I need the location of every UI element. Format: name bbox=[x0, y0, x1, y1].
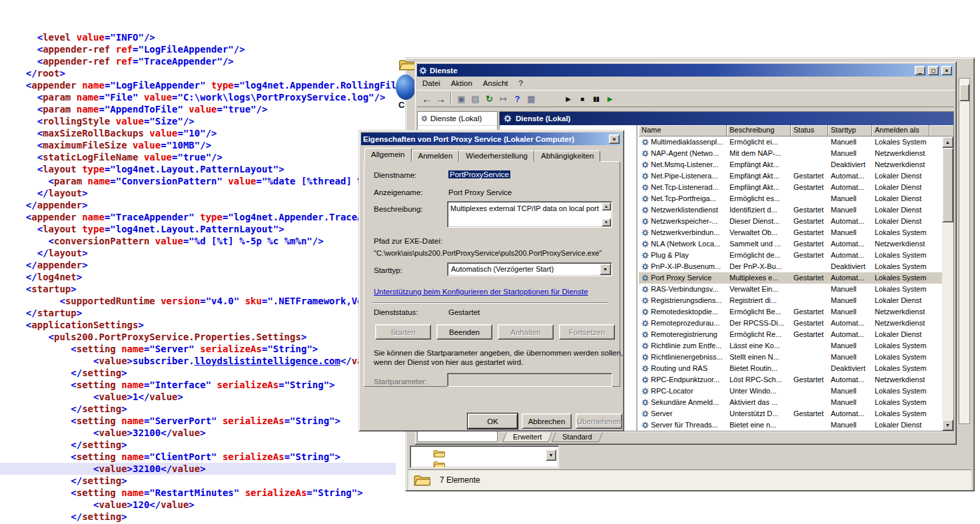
service-row[interactable]: Net.Pipe-Listenera...Empfängt Akt...Gest… bbox=[639, 170, 942, 182]
folder-combobox-dropdown-icon[interactable]: ▼ bbox=[546, 449, 556, 461]
list-scrollbar[interactable]: ▲ ▼ bbox=[942, 136, 953, 431]
service-row[interactable]: RAS-Verbindungsv...Verwaltet Ein...Manue… bbox=[639, 284, 942, 295]
combobox-dropdown-icon[interactable]: ▼ bbox=[600, 264, 611, 275]
menu-item[interactable]: ? bbox=[514, 78, 528, 89]
minimize-button[interactable]: _ bbox=[915, 66, 925, 75]
service-gear-icon bbox=[642, 172, 649, 180]
column-header-starttyp[interactable]: Starttyp bbox=[828, 125, 872, 136]
back-icon[interactable]: ← bbox=[420, 92, 434, 105]
app-orb-icon bbox=[396, 75, 416, 100]
service-row[interactable]: Net.Msmq-Listener...Empfängt Akt...Deakt… bbox=[639, 159, 942, 170]
service-row[interactable]: Net.Tcp-Portfreiga...Ermöglicht es...Man… bbox=[639, 193, 942, 204]
statusbar-item-count: 7 Elemente bbox=[440, 475, 480, 485]
service-row[interactable]: Richtlinienergebniss...Stellt einen N...… bbox=[639, 352, 942, 363]
maximize-button[interactable]: □ bbox=[928, 66, 939, 75]
view-tab-standard[interactable]: Standard bbox=[552, 432, 603, 442]
pfad-label: Pfad zur EXE-Datei: bbox=[374, 237, 442, 245]
column-header-status[interactable]: Status bbox=[791, 125, 828, 136]
tab-allgemein[interactable]: Allgemein bbox=[364, 148, 412, 162]
pause-service-icon[interactable]: ▮▮ bbox=[589, 92, 603, 105]
startoptionen-help-link[interactable]: Unterstützung beim Konfigurieren der Sta… bbox=[374, 288, 588, 296]
restart-service-icon[interactable]: ▶ bbox=[603, 92, 617, 105]
service-row[interactable]: NAP-Agent (Netwo...Mit dem NAP-...Manuel… bbox=[639, 148, 942, 159]
service-row[interactable]: Registrierungsdiens...Registriert di...M… bbox=[639, 295, 942, 306]
starttyp-combobox[interactable]: Automatisch (Verzögerter Start) ▼ bbox=[447, 262, 612, 276]
folder-icon bbox=[414, 473, 430, 487]
startparameter-hint-line2: wenn der Dienst von hier aus gestartet w… bbox=[374, 358, 523, 366]
folder-icon bbox=[398, 58, 416, 71]
column-header-beschreibung[interactable]: Beschreibung bbox=[727, 125, 791, 136]
properties-dialog: Eigenschaften von Port Proxy Service (Lo… bbox=[358, 130, 624, 431]
service-row[interactable]: Richtlinie zum Entfe...Lässt eine Ko...M… bbox=[639, 340, 942, 352]
view-tab-erweitert[interactable]: Erweitert bbox=[502, 432, 552, 442]
services-pane-header-label: Dienste (Lokal) bbox=[516, 115, 570, 123]
start-service-icon[interactable]: ▶ bbox=[561, 92, 575, 105]
dialog-titlebar[interactable]: Eigenschaften von Port Proxy Service (Lo… bbox=[361, 132, 622, 145]
properties-icon[interactable]: ▤ bbox=[468, 92, 482, 105]
service-gear-icon bbox=[642, 320, 649, 327]
starttyp-label: Starttyp: bbox=[374, 266, 402, 274]
service-row[interactable]: Net.Tcp-Listenerad...Empfängt Akt...Gest… bbox=[639, 182, 942, 193]
forward-icon[interactable]: → bbox=[434, 92, 448, 105]
toolbar-separator bbox=[450, 93, 452, 105]
service-row[interactable]: Sekundäre Anmeld...Aktiviert das ...Manu… bbox=[639, 397, 942, 408]
beschreibung-text: Multiplexes external TCP/IP data on loca… bbox=[450, 204, 600, 213]
service-row[interactable]: Routing und RASBietet Routin...Deaktivie… bbox=[639, 363, 942, 374]
scroll-up-icon[interactable]: ▲ bbox=[942, 136, 953, 148]
beenden-button[interactable]: Beenden bbox=[436, 324, 492, 340]
startparameter-label: Startparameter: bbox=[374, 378, 427, 386]
ok-button[interactable]: OK bbox=[468, 413, 518, 429]
menu-datei[interactable]: Datei bbox=[417, 78, 446, 89]
column-header-name[interactable]: Name bbox=[639, 125, 727, 136]
service-row[interactable]: RPC-LocatorUnter Windo...ManuellLokales … bbox=[639, 386, 942, 397]
console-tree-root-node[interactable]: Dienste (Lokal) bbox=[418, 112, 497, 126]
anhalten-button: Anhalten bbox=[498, 324, 554, 340]
scroll-down-icon[interactable]: ▼ bbox=[942, 419, 953, 431]
service-row[interactable]: RPC-Endpunktzuor...Löst RPC-Sch...Gestar… bbox=[639, 374, 942, 386]
übernehmen-button: Übernehmen bbox=[576, 413, 622, 429]
menu-aktion[interactable]: Aktion bbox=[446, 78, 478, 89]
dialog-close-button[interactable]: × bbox=[609, 134, 620, 144]
service-row[interactable]: NLA (Network Loca...Sammelt und ...Gesta… bbox=[639, 238, 942, 250]
column-header-anmelden-als[interactable]: Anmelden als bbox=[872, 125, 929, 136]
tab-wiederherstellung[interactable]: Wiederherstellung bbox=[459, 150, 534, 162]
scroll-up-icon[interactable]: ▲ bbox=[602, 202, 611, 210]
service-gear-icon bbox=[642, 286, 649, 293]
startparameter-field[interactable] bbox=[447, 373, 612, 387]
tab-anmelden[interactable]: Anmelden bbox=[412, 150, 460, 162]
service-row[interactable]: Server für Threads...Bietet eine n...Man… bbox=[639, 419, 942, 431]
close-button[interactable]: × bbox=[941, 66, 952, 75]
dienstname-value[interactable]: PortProxyService bbox=[448, 170, 510, 178]
service-row[interactable]: RemoteregistrierungErmöglicht Re...Gesta… bbox=[639, 329, 942, 340]
service-row[interactable]: Multimediaklassenpl...Ermöglicht ei...Ma… bbox=[639, 136, 942, 148]
service-row[interactable]: Port Proxy ServiceMultiplexes e...Gestar… bbox=[639, 272, 942, 284]
explorer-scrollbar[interactable] bbox=[959, 78, 970, 424]
scroll-down-icon[interactable]: ▼ bbox=[602, 218, 611, 226]
export-list-icon[interactable]: ↦ bbox=[496, 92, 510, 105]
service-gear-icon bbox=[642, 308, 649, 316]
abbrechen-button[interactable]: Abbrechen bbox=[522, 413, 572, 429]
menu-ansicht[interactable]: Ansicht bbox=[478, 78, 514, 89]
show-tree-icon[interactable]: ▣ bbox=[454, 92, 468, 105]
services-titlebar[interactable]: Dienste _ □ × bbox=[417, 64, 954, 77]
service-row[interactable]: Plug & PlayErmöglicht de...GestartetAuto… bbox=[639, 250, 942, 261]
service-row[interactable]: Netzwerkverbindun...Verwaltet Ob...Gesta… bbox=[639, 227, 942, 238]
beschreibung-field[interactable]: Multiplexes external TCP/IP data on loca… bbox=[447, 201, 612, 228]
stop-service-icon[interactable]: ■ bbox=[575, 92, 589, 105]
extended-view-icon[interactable]: ▦ bbox=[524, 92, 538, 105]
service-row[interactable]: Remoteprozedurau...Der RPCSS-Di...Gestar… bbox=[639, 318, 942, 329]
service-row[interactable]: Netzwerkspeicher-...Dieser Dienst...Gest… bbox=[639, 216, 942, 227]
service-gear-icon bbox=[642, 410, 649, 417]
partial-text-fragment: C bbox=[398, 100, 404, 110]
folder-combobox[interactable]: ▼ bbox=[410, 445, 559, 468]
explorer-scrollbar-thumb[interactable] bbox=[959, 84, 969, 101]
anzeigename-value[interactable]: Port Proxy Service bbox=[448, 188, 512, 196]
refresh-icon[interactable]: ↻ bbox=[482, 92, 496, 105]
service-row[interactable]: NetzwerklistendienstIdentifiziert d...Ge… bbox=[639, 204, 942, 216]
service-row[interactable]: Remotedesktopdie...Ermöglicht Be...Gesta… bbox=[639, 306, 942, 318]
help-icon[interactable]: ? bbox=[510, 92, 524, 105]
service-row[interactable]: PnP-X-IP-Busenum...Der PnP-X-Bu...Deakti… bbox=[639, 261, 942, 272]
tab-abhängigkeiten[interactable]: Abhängigkeiten bbox=[534, 150, 600, 162]
service-row[interactable]: ServerUnterstützt D...GestartetAutomat..… bbox=[639, 408, 942, 419]
scrollbar-thumb[interactable] bbox=[942, 148, 953, 222]
